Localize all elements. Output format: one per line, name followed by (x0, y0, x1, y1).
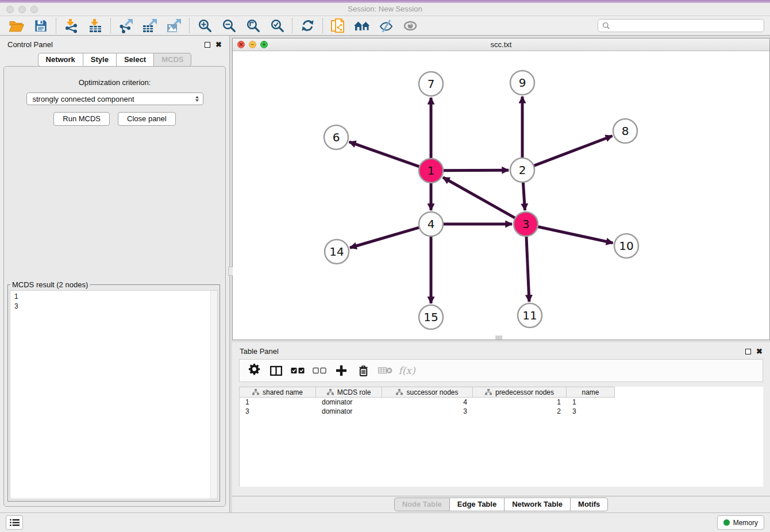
zoom-out-icon[interactable] (217, 17, 241, 35)
zoom-fit-icon[interactable] (241, 17, 265, 35)
graph-node-label-15: 15 (424, 310, 438, 324)
table-settings-gear-icon[interactable] (244, 361, 264, 380)
app-titlebar: Session: New Session (0, 3, 770, 16)
export-table-icon[interactable] (138, 17, 162, 35)
cell-predecessor-nodes[interactable]: 2 (473, 407, 567, 415)
memory-status-icon (723, 519, 730, 526)
apply-layout-icon[interactable] (295, 17, 319, 35)
cell-shared-name[interactable]: 3 (240, 407, 316, 415)
optimization-criterion-label: Optimization criterion: (4, 78, 225, 87)
search-field[interactable] (598, 19, 764, 32)
add-column-icon[interactable] (332, 361, 351, 380)
tab-style[interactable]: Style (83, 53, 117, 67)
cell-name[interactable]: 1 (567, 398, 615, 406)
memory-button[interactable]: Memory (717, 515, 764, 530)
panel-divider[interactable] (230, 36, 232, 512)
toolbar-separator (110, 18, 111, 33)
tree-icon (485, 389, 492, 395)
graph-edge-3-1[interactable] (443, 178, 515, 218)
tab-edge-table[interactable]: Edge Table (450, 498, 505, 511)
search-input[interactable] (613, 22, 760, 30)
select-all-rows-icon[interactable] (288, 361, 307, 380)
window-controls[interactable] (6, 6, 38, 13)
show-hidden-icon[interactable] (398, 17, 422, 35)
graph-node-label-4: 4 (428, 217, 435, 231)
tab-network[interactable]: Network (38, 53, 83, 67)
graph-node-label-7: 7 (428, 77, 435, 91)
tab-motifs[interactable]: Motifs (571, 498, 608, 511)
run-mcds-button[interactable]: Run MCDS (53, 112, 110, 126)
task-history-button[interactable] (6, 515, 23, 530)
network-titlebar[interactable]: ✕ − + scc.txt (233, 38, 769, 51)
close-table-panel-icon[interactable]: ✖ (756, 349, 763, 354)
cell-mcds-role[interactable]: dominator (316, 398, 382, 406)
graph-edge-2-3[interactable] (523, 182, 525, 210)
table-row[interactable]: 3 dominator 3 2 3 (240, 407, 763, 416)
criterion-select[interactable]: strongly connected component (26, 92, 203, 105)
network-close-button[interactable]: ✕ (237, 41, 245, 48)
float-panel-icon[interactable] (205, 42, 210, 48)
close-window-button[interactable] (6, 6, 14, 13)
import-table-icon[interactable] (83, 17, 107, 35)
network-canvas[interactable]: 7968124314101511 (233, 51, 769, 340)
mcds-result-fieldset: MCDS result (2 nodes) 1 3 (7, 280, 220, 502)
function-builder-icon[interactable]: f(x) (397, 361, 417, 380)
graph-edge-1-6[interactable] (349, 142, 420, 167)
graph-node-label-14: 14 (329, 245, 344, 259)
network-graph[interactable]: 7968124314101511 (233, 51, 769, 339)
result-line: 1 (14, 292, 213, 302)
zoom-in-icon[interactable] (192, 17, 217, 35)
maximize-window-button[interactable] (30, 6, 38, 13)
network-maximize-button[interactable]: + (260, 41, 268, 48)
show-neighbors-icon[interactable] (350, 17, 374, 35)
save-session-icon[interactable] (29, 17, 53, 35)
open-session-icon[interactable] (5, 17, 29, 35)
table-row[interactable]: 1 dominator 4 1 1 (240, 398, 763, 407)
export-image-icon[interactable] (162, 17, 186, 35)
column-header-successor-nodes[interactable]: successor nodes (382, 387, 473, 398)
tab-node-table[interactable]: Node Table (394, 498, 450, 511)
close-panel-button[interactable]: Close panel (118, 112, 176, 126)
cell-mcds-role[interactable]: dominator (316, 407, 382, 415)
cell-name[interactable]: 3 (567, 407, 615, 415)
close-panel-icon[interactable]: ✖ (215, 42, 222, 48)
network-minimize-button[interactable]: − (249, 41, 256, 48)
column-header-name[interactable]: name (567, 387, 615, 398)
hide-selected-icon[interactable] (374, 17, 398, 35)
destroy-table-icon[interactable] (375, 361, 395, 380)
graph-edge-3-10[interactable] (538, 226, 613, 242)
deselect-all-rows-icon[interactable] (310, 361, 329, 380)
zoom-selected-icon[interactable] (265, 17, 289, 35)
graph-edge-3-11[interactable] (526, 236, 529, 302)
minimize-window-button[interactable] (18, 6, 26, 13)
export-network-icon[interactable] (114, 17, 138, 35)
main-toolbar (0, 16, 770, 36)
graph-edge-4-14[interactable] (350, 228, 419, 248)
graph-edge-2-8[interactable] (534, 136, 613, 166)
list-icon (9, 518, 20, 527)
cell-successor-nodes[interactable]: 4 (382, 398, 473, 406)
graph-edge-1-2[interactable] (443, 170, 509, 171)
cell-shared-name[interactable]: 1 (240, 398, 316, 406)
float-table-panel-icon[interactable] (745, 349, 751, 354)
column-header-mcds-role[interactable]: MCDS role (316, 387, 382, 398)
table-tabs: Node Table Edge Table Network Table Moti… (232, 496, 770, 512)
clone-network-icon[interactable] (326, 17, 350, 35)
tab-select[interactable]: Select (117, 53, 154, 67)
cell-predecessor-nodes[interactable]: 1 (473, 398, 567, 406)
show-columns-icon[interactable] (266, 361, 286, 380)
column-header-predecessor-nodes[interactable]: predecessor nodes (473, 387, 567, 398)
cell-successor-nodes[interactable]: 3 (382, 407, 473, 415)
tab-mcds[interactable]: MCDS (154, 53, 191, 67)
graph-node-label-1: 1 (428, 164, 435, 178)
tab-network-table[interactable]: Network Table (505, 498, 571, 511)
canvas-grip[interactable] (495, 336, 502, 340)
criterion-value: strongly connected component (33, 95, 134, 103)
mcds-result-text[interactable]: 1 3 (10, 290, 218, 499)
table-header-row: shared name MCDS role successor nodes pr… (240, 387, 763, 398)
column-header-shared-name[interactable]: shared name (240, 387, 316, 398)
import-network-icon[interactable] (59, 17, 83, 35)
table-panel: Table Panel ✖ (232, 342, 770, 512)
result-scrollbar[interactable] (210, 291, 217, 499)
delete-column-icon[interactable] (353, 361, 373, 380)
